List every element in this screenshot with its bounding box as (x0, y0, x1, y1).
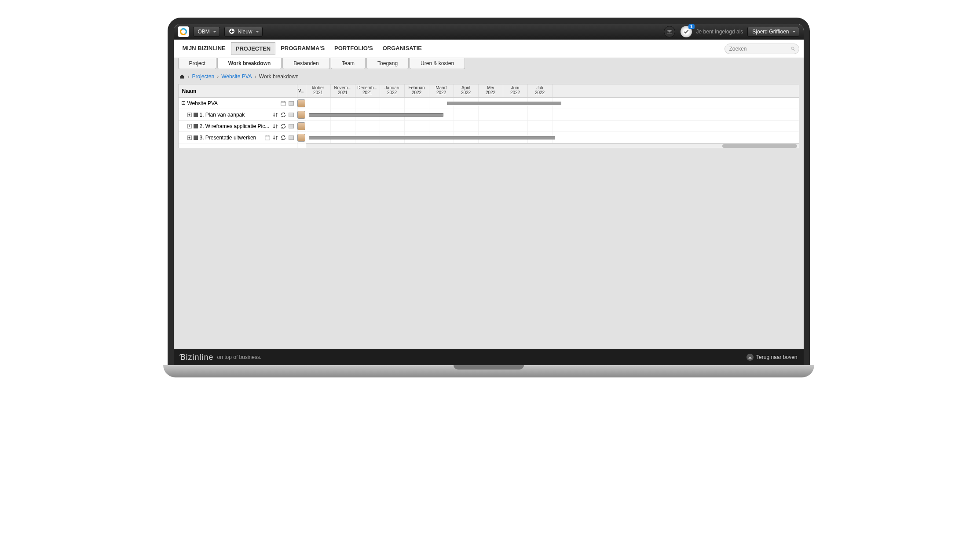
gantt-scrollbar[interactable] (306, 143, 799, 148)
gantt-assignee-cell[interactable] (297, 121, 306, 132)
calendar-icon[interactable] (264, 135, 271, 141)
new-dropdown[interactable]: Nieuw (224, 27, 263, 37)
expand-icon[interactable]: + (187, 135, 192, 140)
user-dropdown[interactable]: Sjoerd Griffioen (747, 27, 799, 37)
tab-team[interactable]: Team (331, 58, 366, 69)
breadcrumb-link-projecten[interactable]: Projecten (192, 73, 215, 80)
gantt-timeline[interactable]: ktober2021Novem...2021Decemb...2021Janua… (306, 84, 799, 148)
envelope-icon (667, 30, 672, 33)
plus-icon (229, 29, 234, 34)
workspace-label: OBM (198, 29, 210, 35)
month-column: April2022 (454, 84, 479, 97)
expand-icon[interactable]: + (187, 124, 192, 128)
expand-icon[interactable]: + (187, 113, 192, 117)
nav-item-projecten[interactable]: PROJECTEN (231, 42, 275, 55)
month-column: Juni2022 (503, 84, 528, 97)
nav-item-organisatie[interactable]: ORGANISATIE (378, 42, 426, 55)
avatar-icon (297, 122, 305, 130)
month-column: Mei2022 (479, 84, 503, 97)
back-to-top-label: Terug naar boven (756, 354, 797, 360)
laptop-frame: OBM Nieuw 1 Je bent ingelogd als Sjoerd … (168, 18, 810, 377)
search-input[interactable] (725, 44, 799, 54)
breadcrumb-current: Work breakdown (259, 73, 299, 80)
tab-bestanden[interactable]: Bestanden (282, 58, 329, 69)
gantt-bar[interactable] (309, 113, 443, 117)
gantt-bar[interactable] (309, 136, 555, 139)
svg-rect-2 (281, 101, 285, 105)
breadcrumb: › Projecten › Website PVA › Work breakdo… (174, 69, 804, 84)
task-color-icon (194, 113, 198, 117)
nav-item-portfolio-s[interactable]: PORTFOLIO'S (330, 42, 377, 55)
month-column: Novem...2021 (331, 84, 355, 97)
nav-item-mijn-bizinline[interactable]: MIJN BIZINLINE (178, 42, 230, 55)
sort-icon[interactable] (272, 112, 278, 118)
month-column: Maart2022 (429, 84, 454, 97)
task-color-icon (194, 124, 198, 128)
svg-rect-6 (265, 135, 270, 139)
avatar-icon (297, 111, 305, 119)
gantt-assignee-cell[interactable] (297, 109, 306, 121)
status-box-icon[interactable] (288, 123, 294, 129)
gantt-v-header: V... (297, 84, 306, 98)
topbar: OBM Nieuw 1 Je bent ingelogd als Sjoerd … (174, 24, 804, 40)
month-column: Decemb...2021 (355, 84, 380, 97)
app-screen: OBM Nieuw 1 Je bent ingelogd als Sjoerd … (174, 24, 804, 365)
status-box-icon[interactable] (288, 135, 294, 141)
svg-point-0 (791, 47, 794, 50)
tab-uren---kosten[interactable]: Uren & kosten (410, 58, 465, 69)
month-column: Juli2022 (528, 84, 553, 97)
gantt-timeline-row (306, 98, 799, 109)
notification-badge: 1 (688, 24, 695, 29)
footer: Ɓizinline on top of business. Terug naar… (174, 349, 804, 365)
search-wrap (725, 44, 799, 54)
notifications-icon[interactable]: 1 (681, 26, 692, 37)
gantt-timeline-row (306, 109, 799, 121)
sub-tabs: ProjectWork breakdownBestandenTeamToegan… (174, 58, 804, 69)
gantt-assignee-cell[interactable] (297, 98, 306, 109)
tab-work-breakdown[interactable]: Work breakdown (217, 58, 282, 69)
messages-icon[interactable] (664, 26, 675, 37)
app-logo-icon[interactable] (178, 26, 189, 37)
search-icon (790, 46, 796, 51)
nav-item-programma-s[interactable]: PROGRAMMA'S (276, 42, 329, 55)
home-icon[interactable] (179, 74, 185, 79)
sort-icon[interactable] (272, 123, 278, 129)
month-column: Februari2022 (405, 84, 429, 97)
user-name: Sjoerd Griffioen (752, 29, 789, 35)
checkmark-icon (683, 29, 689, 35)
refresh-icon[interactable] (280, 112, 286, 118)
month-column: ktober2021 (306, 84, 331, 97)
task-color-icon (194, 135, 198, 140)
gantt-assignee-cell[interactable] (297, 132, 306, 143)
month-column: Januari2022 (380, 84, 405, 97)
main-nav: MIJN BIZINLINEPROJECTENPROGRAMMA'SPORTFO… (174, 40, 804, 58)
collapse-icon[interactable]: ⊟ (181, 101, 186, 106)
chevron-up-icon (746, 354, 754, 361)
refresh-icon[interactable] (280, 135, 286, 141)
gantt-row[interactable]: +3. Presentatie uitwerken (179, 132, 297, 143)
task-name: 3. Presentatie uitwerken (200, 135, 263, 141)
avatar-icon (297, 134, 305, 142)
task-name: 2. Wireframes applicatie Pic... (200, 123, 271, 129)
status-box-icon[interactable] (288, 100, 294, 106)
status-box-icon[interactable] (288, 112, 294, 118)
sort-icon[interactable] (272, 135, 278, 141)
scrollbar-thumb[interactable] (722, 144, 797, 148)
laptop-base (163, 365, 814, 377)
gantt-row[interactable]: +2. Wireframes applicatie Pic... (179, 121, 297, 132)
gantt-row[interactable]: ⊟Website PVA (179, 98, 297, 109)
tab-project[interactable]: Project (178, 58, 216, 69)
footer-brand: Ɓizinline (180, 352, 214, 362)
svg-line-1 (794, 49, 795, 51)
back-to-top-button[interactable]: Terug naar boven (746, 354, 797, 361)
task-name: 1. Plan van aanpak (200, 112, 271, 118)
gantt-row[interactable]: +1. Plan van aanpak (179, 109, 297, 121)
gantt-bar[interactable] (447, 102, 561, 105)
workspace-dropdown[interactable]: OBM (193, 27, 220, 37)
gantt-timeline-row (306, 132, 799, 143)
gantt-name-header: Naam (179, 84, 297, 98)
calendar-icon[interactable] (280, 100, 286, 106)
refresh-icon[interactable] (280, 123, 286, 129)
breadcrumb-link-website-pva[interactable]: Website PVA (221, 73, 252, 80)
tab-toegang[interactable]: Toegang (366, 58, 409, 69)
